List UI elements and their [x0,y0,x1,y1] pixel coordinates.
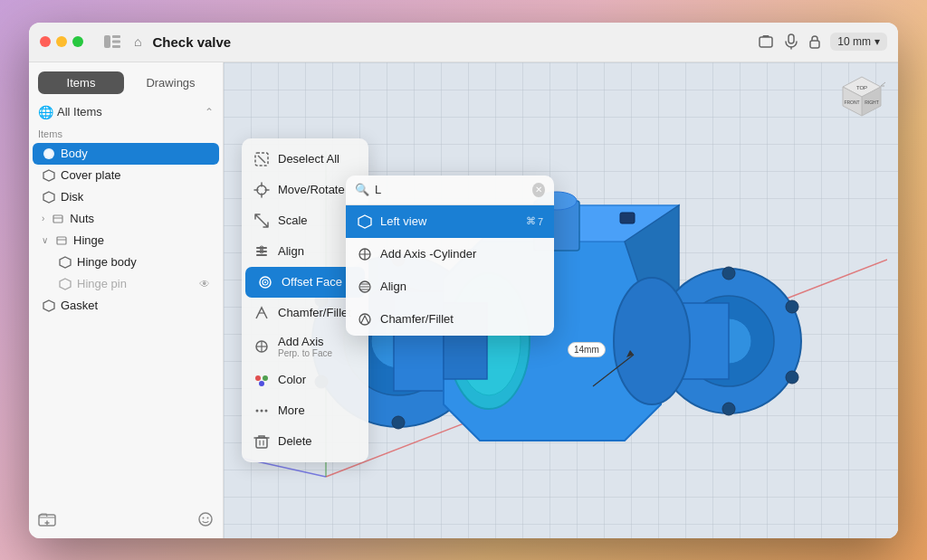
dropdown-option-left-view[interactable]: Left view ⌘ 7 [346,205,554,238]
svg-rect-63 [256,251,267,252]
left-view-label: Left view [380,214,426,228]
svg-rect-7 [810,41,819,48]
svg-line-60 [258,156,265,163]
unit-selector[interactable]: 10 mm ▾ [830,33,887,51]
svg-point-41 [722,267,735,280]
export-icon[interactable] [758,33,774,50]
nuts-label: Nuts [70,212,94,225]
svg-rect-5 [788,34,794,43]
nuts-chevron: › [42,214,44,223]
left-view-icon [357,214,373,230]
offset-face-icon [256,273,274,291]
svg-point-24 [207,517,209,518]
svg-point-9 [45,150,53,157]
add-axis-sublabel: Perp. to Face [278,348,332,358]
tree-item-hinge-pin[interactable]: Hinge pin 👁 [49,273,219,295]
ctx-delete[interactable]: Delete [242,426,368,457]
titlebar-right: 10 mm ▾ [758,33,887,51]
window-title: Check valve [152,34,747,50]
hinge-icon [54,233,69,248]
search-input[interactable] [375,183,527,196]
tab-drawings[interactable]: Drawings [128,71,214,94]
tree-item-cover-plate[interactable]: Cover plate [33,165,219,186]
clear-button[interactable]: ✕ [532,183,545,197]
chamfer-fillet-option-icon [357,311,373,327]
svg-text:FRONT: FRONT [844,100,859,105]
tree-item-gasket[interactable]: Gasket [33,295,219,317]
key-7: 7 [538,216,543,227]
dropdown-option-align[interactable]: Align [346,271,554,303]
body-label: Body [61,147,88,160]
dropdown-option-chamfer-fillet[interactable]: Chamfer/Fillet [346,303,554,336]
hinge-body-icon [58,255,72,270]
close-button[interactable] [40,36,51,47]
cover-plate-label: Cover plate [61,168,120,182]
svg-line-98 [881,82,885,86]
svg-point-55 [614,278,690,404]
home-button[interactable]: ⌂ [134,34,141,49]
sidebar-filter[interactable]: 🌐 All Items ⌃ [29,101,223,127]
svg-point-32 [392,416,405,429]
mic-icon[interactable] [783,33,799,50]
smiley-icon[interactable] [197,511,214,531]
search-icon: 🔍 [355,183,369,196]
add-axis-cylinder-label: Add Axis -Cylinder [380,247,476,261]
filter-chevron: ⌃ [205,106,214,119]
tree-item-hinge-body[interactable]: Hinge body [49,252,219,273]
svg-point-42 [722,403,735,415]
tree-item-hinge[interactable]: ∨ Hinge [33,230,219,252]
chamfer-fillet-option-label: Chamfer/Fillet [380,312,454,326]
svg-marker-18 [43,300,54,311]
svg-point-75 [259,381,264,386]
sidebar-toggle-button[interactable] [101,31,123,52]
svg-rect-2 [112,41,120,43]
svg-point-45 [786,300,798,313]
delete-label: Delete [278,434,312,448]
svg-point-23 [203,517,205,518]
cube-navigator[interactable]: TOP RIGHT FRONT [837,73,887,123]
hinge-pin-icon [58,277,72,291]
tree-item-body[interactable]: Body [33,143,219,165]
cover-plate-icon [42,168,56,183]
left-view-shortcut: ⌘ 7 [526,215,543,227]
svg-marker-17 [60,279,71,289]
hinge-children: Hinge body Hinge pin 👁 [29,252,223,295]
tab-items[interactable]: Items [38,71,124,94]
svg-marker-83 [358,215,371,228]
align-label: Align [278,244,304,258]
add-folder-icon[interactable] [38,511,56,531]
add-axis-cylinder-icon [357,246,373,262]
svg-point-73 [255,375,261,381]
move-rotate-label: Move/Rotate [278,183,345,196]
measurement-label: 14mm [568,342,606,357]
svg-rect-1 [112,35,120,38]
sidebar-bottom [29,504,223,538]
align-option-icon [357,279,373,295]
filter-label: All Items [57,105,102,119]
unit-value: 10 mm [837,35,871,48]
disk-icon [42,190,56,204]
chamfer-fillet-label: Chamfer/Fillet [278,306,351,319]
ctx-more[interactable]: More [242,395,368,426]
hinge-pin-label: Hinge pin [77,277,127,290]
svg-rect-79 [256,438,267,448]
dropdown-popup: 🔍 ✕ Left view ⌘ 7 [346,176,554,336]
tree-item-nuts[interactable]: › Nuts [33,208,219,230]
minimize-button[interactable] [56,36,67,47]
more-label: More [278,403,305,417]
lock-badge [808,34,821,49]
chamfer-fillet-icon [253,304,271,322]
svg-point-74 [263,375,268,381]
dropdown-option-add-axis-cylinder[interactable]: Add Axis -Cylinder [346,238,554,271]
svg-point-46 [786,371,798,384]
scale-icon [253,212,271,230]
tree-item-disk[interactable]: Disk [33,186,219,208]
hinge-body-label: Hinge body [77,255,137,269]
ctx-deselect-all[interactable]: Deselect All [242,144,368,175]
viewport: 14mm Deselect All [224,62,898,538]
maximize-button[interactable] [72,36,83,47]
cmd-symbol: ⌘ [526,215,536,227]
ctx-color[interactable]: Color [242,365,368,395]
titlebar: ⌂ Check valve [29,23,898,62]
body-icon [42,147,56,161]
